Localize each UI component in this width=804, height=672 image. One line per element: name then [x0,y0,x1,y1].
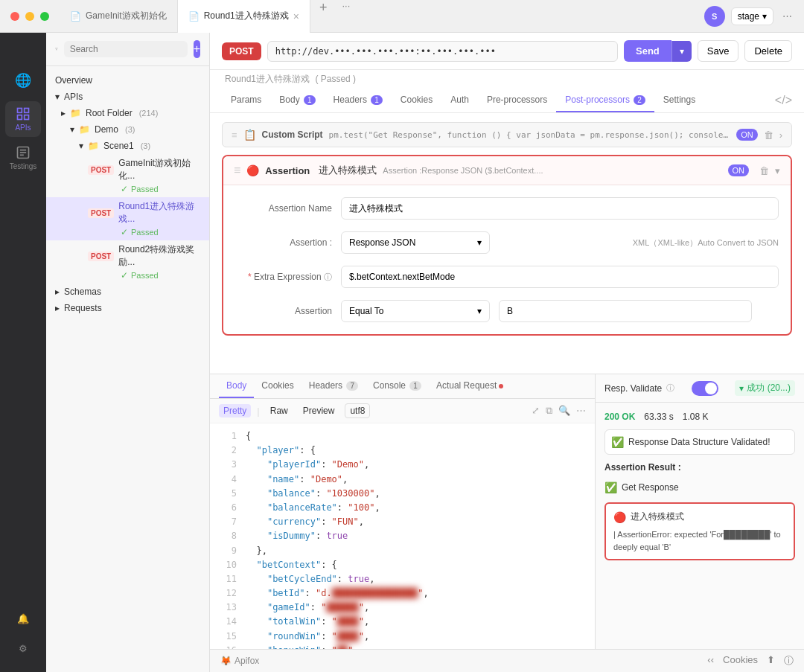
tree-item-demo[interactable]: ▾ 📁 Demo (3) [46,121,209,138]
xml-auto-hint: XML（XML-like）Auto Convert to JSON [633,237,779,249]
apis-icon [16,106,31,121]
svg-rect-3 [18,115,22,120]
cookies-button[interactable]: Cookies [723,654,758,668]
sidebar-item-testings[interactable]: Testings [5,140,41,176]
script-label: Custom Script [262,129,323,140]
tab-close-button[interactable]: × [293,10,299,22]
share-icon[interactable]: ⬆ [767,654,775,668]
help-icon[interactable]: ⓘ [784,654,794,668]
resp-tab-cookies[interactable]: Cookies [254,374,301,398]
settings-button[interactable]: ⚙ [11,636,35,660]
resp-tab-body[interactable]: Body [219,374,254,398]
tree-item-round1[interactable]: POST Round1进入特殊游戏... ✓ Passed [46,197,209,240]
demo-label: Demo [95,124,118,135]
tab-post-processors[interactable]: Post-processors 2 [556,89,654,112]
tab-gameinit[interactable]: 📄 GameInit游戏初始化 [60,0,178,33]
code-toggle-button[interactable]: </> [775,94,792,107]
folder-icon-root: 📁 [70,108,81,118]
stat-time: 63.33 s [644,412,673,422]
save-button[interactable]: Save [698,40,739,62]
more-icon[interactable]: ⋯ [576,405,586,417]
menu-dots-button[interactable]: ⋯ [779,7,795,25]
assertion-toggle[interactable]: ON [728,164,750,176]
close-button[interactable] [10,12,19,21]
tab-round1[interactable]: 📄 Round1进入特殊游戏 × [178,0,310,33]
script-expand-icon[interactable]: › [779,129,782,141]
search-input[interactable] [64,41,188,57]
testings-label: Testings [10,162,37,170]
send-arrow-button[interactable]: ▾ [671,41,692,62]
resp-tab-console[interactable]: Console 1 [366,374,429,398]
tree-item-apis[interactable]: ▾ APIs [46,89,209,105]
info-icon-validate: ⓘ [666,383,674,394]
script-toggle[interactable]: ON [736,129,758,141]
status-line: Round1进入特殊游戏 ( Passed ) [210,70,804,89]
code-line: 1{ [219,429,586,444]
script-trash-icon[interactable]: 🗑 [764,129,773,141]
extra-expression-input[interactable] [341,266,779,288]
response-panel: Body Cookies Headers 7 Console 1 Actual … [210,374,596,649]
traffic-lights [0,0,60,34]
env-selector[interactable]: stage ▾ [731,7,773,25]
assertion-result-title: Assertion Result : [604,462,795,473]
code-line: 9 }, [219,544,586,558]
condition-select[interactable]: Equal To ▾ [341,300,490,322]
format-pretty-button[interactable]: Pretty [219,404,251,417]
resp-tab-actual-request[interactable]: Actual Request [429,374,511,398]
search-icon[interactable]: 🔍 [558,405,570,417]
post-processors-panel: ≡ 📋 Custom Script pm.test("Get Response"… [210,113,804,374]
code-line: 13 "gameId": "██████", [219,601,586,615]
add-item-button[interactable]: + [194,40,200,58]
format-raw-button[interactable]: Raw [266,404,293,417]
tree-item-schemas[interactable]: ▸ Schemas [46,284,209,300]
expand-icon[interactable]: ⤢ [532,405,540,417]
tab-auth[interactable]: Auth [441,89,478,112]
validate-toggle[interactable] [692,381,718,396]
resp-tab-headers[interactable]: Headers 7 [302,374,366,398]
sidebar-item-apis[interactable]: APIs [5,101,41,137]
tree-item-requests[interactable]: ▸ Requests [46,300,209,316]
format-preview-button[interactable]: Preview [299,404,339,417]
tab-cookies[interactable]: Cookies [392,89,441,112]
extra-expression-row: * Extra Expression ⓘ [235,266,779,288]
assertion-name-input[interactable] [341,197,779,220]
send-button[interactable]: Send [624,40,671,62]
tree-item-round2[interactable]: POST Round2特殊游戏奖励... ✓ Passed [46,240,209,284]
tab-settings[interactable]: Settings [654,89,704,112]
tree-item-gameinit[interactable]: POST GameInit游戏初始化... ✓ Passed [46,154,209,197]
assertion-trash-icon[interactable]: 🗑 [759,165,769,176]
script-preview: pm.test("Get Response", function () { va… [329,130,731,140]
tab-add-button[interactable]: + [310,0,336,33]
custom-script-bar: ≡ 📋 Custom Script pm.test("Get Response"… [222,122,792,147]
tab-more-button[interactable]: ··· [336,0,356,33]
assertion-type-select[interactable]: Response JSON ▾ [341,231,490,254]
assertion-expand-icon[interactable]: ▾ [775,165,780,176]
sidebar-item-http[interactable]: 🌐 [5,63,41,98]
maximize-button[interactable] [40,12,49,21]
nav-left-button[interactable]: ‹‹ [707,654,714,668]
root-folder-count: (214) [139,109,159,118]
url-input[interactable] [267,41,618,62]
encoding-select[interactable]: utf8 [345,403,370,418]
bottom-right-icons: ‹‹ Cookies ⬆ ⓘ [707,654,794,668]
delete-button[interactable]: Delete [744,40,792,62]
copy-icon[interactable]: ⧉ [546,405,552,417]
condition-input[interactable] [499,300,752,322]
notifications-button[interactable]: 🔔 [11,607,35,630]
success-text: 成功 (20...) [747,382,791,394]
tab-headers[interactable]: Headers 1 [325,89,392,112]
minimize-button[interactable] [25,12,34,21]
tab-params[interactable]: Params [222,89,270,112]
svg-rect-0 [18,109,22,113]
env-badge: S [704,6,725,27]
method-badge-post2: POST [88,208,114,218]
assertion-result-get-response: ✅ Get Response [604,479,795,496]
validated-message: ✅ Response Data Structure Validated! [604,429,795,455]
tree-item-scene1[interactable]: ▾ 📁 Scene1 (3) [46,138,209,154]
tab-pre-processors[interactable]: Pre-processors [478,89,556,112]
passed-label-2: Passed [131,228,159,237]
tree-item-overview[interactable]: Overview [46,72,209,89]
tree-item-root[interactable]: ▸ 📁 Root Folder (214) [46,105,209,121]
http-icon: 🌐 [15,72,31,89]
tab-body[interactable]: Body 1 [270,89,324,112]
